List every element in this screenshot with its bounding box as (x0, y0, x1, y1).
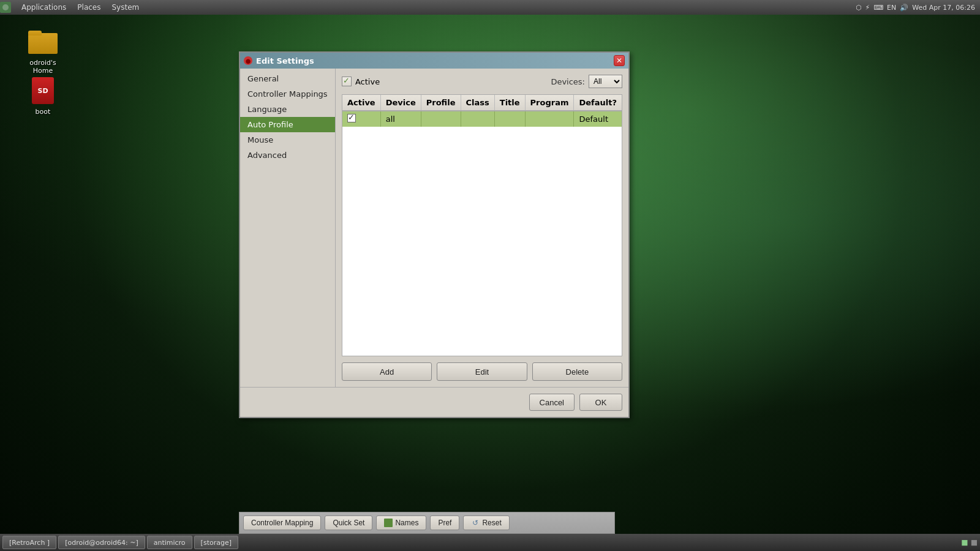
volume-icon: 🔊 (900, 4, 908, 12)
bottom-taskbar: [RetroArch ] [odroid@odroid64: ~] antimi… (0, 534, 980, 551)
col-class: Class (461, 95, 494, 111)
pref-button[interactable]: Pref (430, 515, 459, 530)
places-menu[interactable]: Places (72, 2, 105, 13)
bluetooth-icon: ⚡ (865, 4, 870, 12)
svg-point-0 (2, 4, 9, 10)
bottom-indicator-2: ■ (971, 538, 978, 547)
sidebar-item-mouse[interactable]: Mouse (240, 132, 335, 148)
antimicro-label: antimicro (154, 539, 186, 547)
col-program: Program (525, 95, 574, 111)
settings-sidebar: General Controller Mappings Language Aut… (240, 69, 336, 387)
dialog-close-button[interactable]: ✕ (614, 55, 625, 66)
taskbar-retroarch[interactable]: [RetroArch ] (2, 536, 56, 549)
bottom-indicator-1: ■ (961, 538, 968, 547)
storage-label: [storage] (201, 539, 232, 547)
controller-mapping-button[interactable]: Controller Mapping (243, 515, 321, 530)
cancel-button[interactable]: Cancel (529, 394, 575, 411)
auto-profile-table: Active Device Profile Class Title Progra… (342, 94, 622, 356)
col-active: Active (342, 95, 380, 111)
sidebar-item-controller-mappings[interactable]: Controller Mappings (240, 86, 335, 102)
reset-label: Reset (482, 519, 501, 527)
reset-button[interactable]: ↺ Reset (463, 515, 509, 530)
devices-select[interactable]: All Specific (589, 75, 622, 88)
desktop-icon-boot[interactable]: SD boot (18, 73, 67, 118)
names-icon (384, 519, 393, 527)
datetime: Wed Apr 17, 06:26 (912, 4, 975, 12)
taskbar-antimicro[interactable]: antimicro (147, 536, 192, 549)
table-actions: Add Edit Delete (342, 362, 622, 381)
sidebar-item-language[interactable]: Language (240, 102, 335, 117)
sidebar-item-general[interactable]: General (240, 71, 335, 86)
col-device: Device (380, 95, 421, 111)
col-profile: Profile (421, 95, 461, 111)
active-checkbox[interactable] (342, 77, 352, 86)
boot-sd-icon: SD (28, 76, 58, 105)
home-folder-icon (28, 27, 58, 56)
keyboard-icon: ⌨ (873, 4, 883, 12)
terminal-label: [odroid@odroid64: ~] (65, 539, 138, 547)
col-title: Title (494, 95, 525, 111)
row-program-cell (525, 111, 574, 127)
reset-icon: ↺ (471, 519, 480, 527)
taskbar-storage[interactable]: [storage] (194, 536, 238, 549)
row-device-cell: all (380, 111, 421, 127)
dialog-footer: Cancel OK (240, 387, 628, 417)
table-row[interactable]: all Default (342, 111, 622, 127)
app-icon (0, 2, 11, 13)
system-menu[interactable]: System (107, 2, 144, 13)
quick-set-button[interactable]: Quick Set (325, 515, 372, 530)
row-class-cell (461, 111, 494, 127)
active-label: Active (355, 77, 380, 86)
row-active-checkbox[interactable] (347, 114, 356, 122)
retroarch-label: [RetroArch ] (9, 539, 50, 547)
ok-button[interactable]: OK (579, 394, 622, 411)
sidebar-item-advanced[interactable]: Advanced (240, 148, 335, 163)
active-row: Active Devices: All Specific (342, 75, 622, 88)
edit-button[interactable]: Edit (437, 362, 527, 381)
dialog-title: Edit Settings (256, 56, 314, 66)
add-button[interactable]: Add (342, 362, 432, 381)
profiles-table: Active Device Profile Class Title Progra… (342, 95, 622, 127)
taskbar-terminal[interactable]: [odroid@odroid64: ~] (58, 536, 145, 549)
taskbar-menu: Applications Places System (13, 2, 147, 13)
dialog-body: General Controller Mappings Language Aut… (240, 69, 628, 387)
names-button[interactable]: Names (376, 515, 426, 530)
applications-menu[interactable]: Applications (17, 2, 71, 13)
col-default: Default? (574, 95, 622, 111)
row-profile-cell (421, 111, 461, 127)
row-active-cell (342, 111, 380, 127)
devices-label: Devices: (551, 77, 585, 86)
table-header-row: Active Device Profile Class Title Progra… (342, 95, 622, 111)
top-taskbar: Applications Places System ⬡ ⚡ ⌨ EN 🔊 We… (0, 0, 980, 15)
antimicro-toolbar: Controller Mapping Quick Set Names Pref … (239, 512, 615, 534)
desktop: Applications Places System ⬡ ⚡ ⌨ EN 🔊 We… (0, 0, 980, 551)
home-icon-label: odroid's Home (21, 59, 65, 75)
row-title-cell (494, 111, 525, 127)
dialog-icon: ● (244, 56, 252, 65)
names-label: Names (395, 519, 418, 527)
boot-icon-label: boot (36, 108, 51, 116)
lang-indicator: EN (887, 4, 896, 12)
taskbar-right: ⬡ ⚡ ⌨ EN 🔊 Wed Apr 17, 06:26 (851, 4, 980, 12)
row-default-cell: Default (574, 111, 622, 127)
desktop-icon-home[interactable]: odroid's Home (18, 24, 67, 77)
dialog-titlebar: ● Edit Settings ✕ (240, 53, 628, 69)
bottom-indicators: ■ ■ (961, 538, 978, 547)
edit-settings-dialog: ● Edit Settings ✕ General Controller Map… (239, 51, 630, 418)
network-icon: ⬡ (856, 4, 862, 12)
main-panel: Active Devices: All Specific Active Devi… (336, 69, 628, 387)
sidebar-item-auto-profile[interactable]: Auto Profile (240, 117, 335, 132)
delete-button[interactable]: Delete (532, 362, 622, 381)
